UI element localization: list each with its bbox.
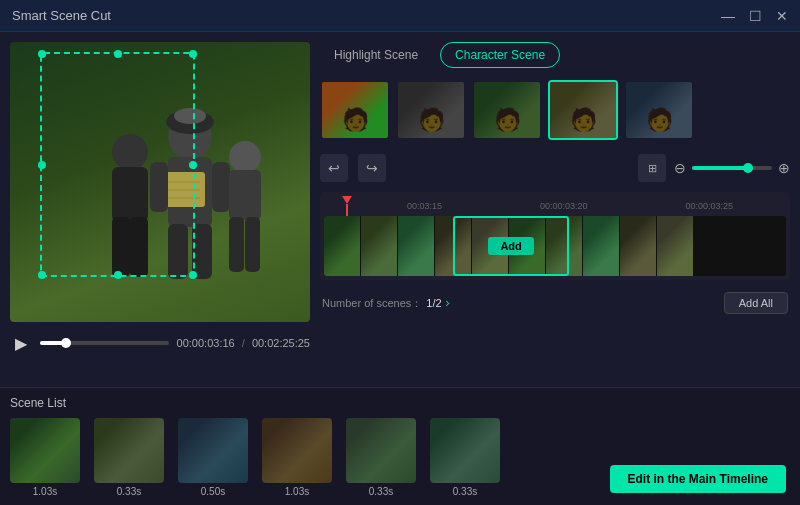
thumbnail-2[interactable]: 🧑 (396, 80, 466, 140)
scene-item-2[interactable]: 0.33s (94, 418, 164, 497)
progress-bar[interactable] (40, 341, 169, 345)
thumbnail-3[interactable]: 🧑 (472, 80, 542, 140)
minimize-button[interactable]: — (721, 9, 735, 23)
zoom-controls: ⊖ ⊕ (674, 160, 790, 176)
selection-box[interactable] (40, 52, 195, 277)
frame-2 (361, 216, 397, 276)
toolbar-left: ↩ ↪ (320, 154, 386, 182)
playhead-head (342, 196, 352, 204)
scene-thumb-5 (346, 418, 416, 483)
scene-thumbnails: 🧑 🧑 🧑 🧑 (320, 76, 790, 144)
tab-bar: Highlight Scene Character Scene (320, 42, 790, 68)
zoom-slider[interactable] (692, 166, 772, 170)
maximize-button[interactable]: ☐ (749, 9, 762, 23)
add-button[interactable]: Add (488, 237, 533, 255)
time-display: 00:00:03:16 / 00:02:25:25 (177, 337, 310, 349)
handle-bottom-right[interactable] (189, 271, 197, 279)
zoom-fill (692, 166, 748, 170)
tab-character-scene[interactable]: Character Scene (440, 42, 560, 68)
scene-item-5[interactable]: 0.33s (346, 418, 416, 497)
timeline-track[interactable]: Add (324, 216, 786, 276)
timeline-container: 00:03:15 00:00:03:20 00:00:03:25 (320, 192, 790, 280)
frame-4 (435, 216, 471, 276)
scene-thumb-bg-4 (262, 418, 332, 483)
redo-button[interactable]: ↪ (358, 154, 386, 182)
svg-rect-19 (245, 217, 260, 272)
playhead-line (346, 204, 348, 216)
fit-button[interactable]: ⊞ (638, 154, 666, 182)
scene-thumb-3 (178, 418, 248, 483)
frame-1 (324, 216, 360, 276)
scene-item-6[interactable]: 0.33s (430, 418, 500, 497)
scene-item-1[interactable]: 1.03s (10, 418, 80, 497)
scene-thumb-bg-1 (10, 418, 80, 483)
zoom-in-icon[interactable]: ⊕ (778, 160, 790, 176)
handle-bottom-mid[interactable] (114, 271, 122, 279)
toolbar: ↩ ↪ ⊞ ⊖ ⊕ (320, 152, 790, 184)
thumb-figure-2: 🧑 (418, 107, 445, 133)
scene-item-3[interactable]: 0.50s (178, 418, 248, 497)
thumb-image-1: 🧑 (322, 82, 388, 138)
thumb-figure-3: 🧑 (494, 107, 521, 133)
scenes-info-row: Number of scenes： 1/2 › Add All (320, 288, 790, 318)
thumbnail-1[interactable]: 🧑 (320, 80, 390, 140)
timeline-ruler: 00:03:15 00:00:03:20 00:00:03:25 (324, 196, 786, 216)
svg-point-16 (229, 141, 261, 173)
thumb-image-5: 🧑 (626, 82, 692, 138)
bottom-wrapper: Scene List 1.03s 0.33s (0, 387, 800, 505)
thumb-figure-4: 🧑 (570, 107, 597, 133)
ruler-labels: 00:03:15 00:00:03:20 00:00:03:25 (328, 201, 782, 211)
thumb-figure-5: 🧑 (646, 107, 673, 133)
time-separator: / (242, 337, 245, 349)
playhead[interactable] (342, 196, 352, 216)
scenes-count: 1/2 (426, 297, 441, 309)
ruler-label-2: 00:00:03:20 (540, 201, 588, 211)
video-controls: ▶ 00:00:03:16 / 00:02:25:25 (10, 328, 310, 358)
frame-3 (398, 216, 434, 276)
add-all-button[interactable]: Add All (724, 292, 788, 314)
thumb-image-3: 🧑 (474, 82, 540, 138)
top-section: ▶ 00:00:03:16 / 00:02:25:25 Highlight Sc… (0, 32, 800, 387)
video-canvas (10, 42, 310, 322)
window-controls: — ☐ ✕ (721, 9, 788, 23)
close-button[interactable]: ✕ (776, 9, 788, 23)
scenes-arrow[interactable]: › (446, 296, 450, 310)
scene-thumb-bg-3 (178, 418, 248, 483)
handle-mid-right[interactable] (189, 161, 197, 169)
ruler-label-1: 00:03:15 (407, 201, 442, 211)
scene-thumb-2 (94, 418, 164, 483)
zoom-handle[interactable] (743, 163, 753, 173)
zoom-out-icon[interactable]: ⊖ (674, 160, 686, 176)
video-preview: ▶ 00:00:03:16 / 00:02:25:25 (10, 42, 310, 377)
scene-duration-2: 0.33s (117, 486, 141, 497)
play-button[interactable]: ▶ (10, 332, 32, 354)
thumbnail-5[interactable]: 🧑 (624, 80, 694, 140)
scene-list-title: Scene List (10, 396, 790, 410)
total-time: 00:02:25:25 (252, 337, 310, 349)
edit-main-timeline-button[interactable]: Edit in the Main Timeline (610, 465, 786, 493)
thumb-image-2: 🧑 (398, 82, 464, 138)
tab-highlight-scene[interactable]: Highlight Scene (320, 43, 432, 67)
scene-thumb-bg-6 (430, 418, 500, 483)
handle-top-right[interactable] (189, 50, 197, 58)
frame-8 (583, 216, 619, 276)
title-bar: Smart Scene Cut — ☐ ✕ (0, 0, 800, 32)
undo-button[interactable]: ↩ (320, 154, 348, 182)
progress-handle[interactable] (61, 338, 71, 348)
ruler-label-3: 00:00:03:25 (685, 201, 733, 211)
handle-bottom-left[interactable] (38, 271, 46, 279)
svg-rect-17 (229, 170, 261, 220)
thumbnail-4[interactable]: 🧑 (548, 80, 618, 140)
handle-top-left[interactable] (38, 50, 46, 58)
scenes-label: Number of scenes： (322, 296, 422, 311)
frame-9 (620, 216, 656, 276)
thumb-figure-1: 🧑 (342, 107, 369, 133)
scene-item-4[interactable]: 1.03s (262, 418, 332, 497)
scenes-info-left: Number of scenes： 1/2 › (322, 296, 450, 311)
handle-top-mid[interactable] (114, 50, 122, 58)
scene-panel: Highlight Scene Character Scene 🧑 🧑 (320, 42, 790, 377)
handle-mid-left[interactable] (38, 161, 46, 169)
scene-thumb-4 (262, 418, 332, 483)
app-title: Smart Scene Cut (12, 8, 111, 23)
scene-duration-1: 1.03s (33, 486, 57, 497)
